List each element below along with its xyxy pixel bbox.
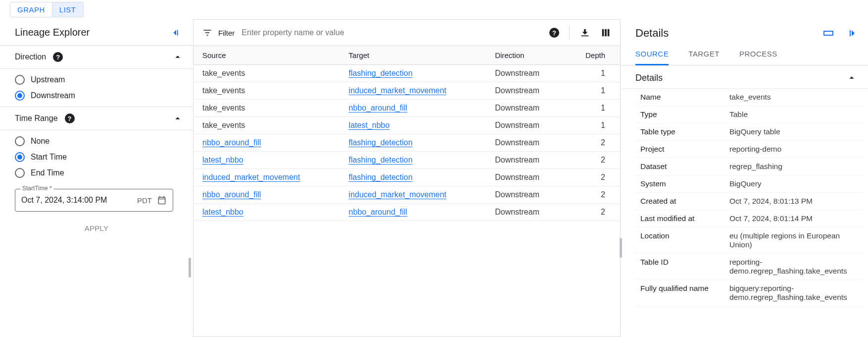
table-row[interactable]: nbbo_around_fillinduced_market_movementD… xyxy=(193,186,620,204)
detail-row: Datasetregrep_flashing xyxy=(635,158,863,175)
tab-process[interactable]: PROCESS xyxy=(739,45,777,65)
apply-button[interactable]: APPLY xyxy=(15,224,178,233)
table-row[interactable]: induced_market_movementflashing_detectio… xyxy=(193,169,620,186)
col-depth[interactable]: Depth xyxy=(565,46,621,65)
detail-row: Created atOct 7, 2024, 8:01:13 PM xyxy=(635,193,863,210)
help-icon[interactable]: ? xyxy=(53,52,63,62)
detail-value: bigquery:reporting-demo.regrep_flashing.… xyxy=(729,284,863,302)
radio-icon xyxy=(15,168,25,178)
detail-key: Created at xyxy=(635,197,724,206)
target-link[interactable]: induced_market_movement xyxy=(349,190,446,199)
detail-row: TypeTable xyxy=(635,106,863,123)
depth-cell: 1 xyxy=(565,82,621,100)
details-title: Details xyxy=(635,27,669,40)
target-link[interactable]: flashing_detection xyxy=(349,173,413,181)
table-row[interactable]: nbbo_around_fillflashing_detectionDownst… xyxy=(193,134,620,152)
target-link[interactable]: nbbo_around_fill xyxy=(349,104,407,112)
detail-key: Table ID xyxy=(635,258,724,276)
filter-label: Filter xyxy=(218,29,235,37)
radio-downstream[interactable]: Downstream xyxy=(15,91,178,101)
table-row[interactable]: take_eventsflashing_detectionDownstream1 xyxy=(193,65,620,82)
detail-row: Projectreporting-demo xyxy=(635,141,863,158)
radio-none[interactable]: None xyxy=(15,136,178,146)
columns-icon[interactable] xyxy=(600,27,611,38)
sidebar-title: Lineage Explorer xyxy=(15,27,90,38)
tab-target[interactable]: TARGET xyxy=(688,45,720,65)
depth-cell: 1 xyxy=(565,65,621,82)
table-row[interactable]: take_eventsinduced_market_movementDownst… xyxy=(193,82,620,100)
radio-icon xyxy=(15,136,25,146)
divider xyxy=(569,26,570,40)
download-icon[interactable] xyxy=(579,27,590,38)
scrollbar-thumb[interactable] xyxy=(620,238,622,258)
detail-key: Table type xyxy=(635,127,724,136)
detail-value: eu (multiple regions in European Union) xyxy=(729,231,863,249)
table-row[interactable]: take_eventsnbbo_around_fillDownstream1 xyxy=(193,100,620,117)
scrollbar-thumb[interactable] xyxy=(189,258,191,278)
detail-row: Locationeu (multiple regions in European… xyxy=(635,227,863,254)
radio-label: Upstream xyxy=(31,75,65,84)
collapse-details-icon[interactable] xyxy=(845,27,857,39)
detail-value: BigQuery table xyxy=(729,127,863,136)
target-link[interactable]: induced_market_movement xyxy=(349,86,446,95)
tab-graph[interactable]: GRAPH xyxy=(10,2,52,17)
source-link[interactable]: nbbo_around_fill xyxy=(202,190,261,199)
source-link[interactable]: induced_market_movement xyxy=(202,173,300,181)
detail-value: BigQuery xyxy=(729,179,863,188)
table-row[interactable]: latest_nbbonbbo_around_fillDownstream2 xyxy=(193,204,620,221)
help-icon[interactable]: ? xyxy=(549,28,559,38)
target-link[interactable]: nbbo_around_fill xyxy=(349,208,407,216)
filter-input[interactable] xyxy=(241,28,543,38)
depth-cell: 1 xyxy=(565,117,621,134)
source-text: take_events xyxy=(202,69,245,77)
detail-value: Oct 7, 2024, 8:01:14 PM xyxy=(729,214,863,223)
radio-end-time[interactable]: End Time xyxy=(15,168,178,178)
radio-icon xyxy=(15,75,25,85)
target-link[interactable]: flashing_detection xyxy=(349,69,413,77)
detail-value: reporting-demo xyxy=(729,145,863,154)
target-link[interactable]: flashing_detection xyxy=(349,156,413,164)
radio-start-time[interactable]: Start Time xyxy=(15,152,178,162)
table-row[interactable]: latest_nbboflashing_detectionDownstream2 xyxy=(193,152,620,169)
tab-source[interactable]: SOURCE xyxy=(635,45,669,65)
chevron-up-icon xyxy=(172,113,183,124)
start-time-field[interactable]: StartTime * Oct 7, 2024, 3:14:00 PM PDT xyxy=(15,189,173,212)
col-target[interactable]: Target xyxy=(340,46,486,65)
detail-row: Table typeBigQuery table xyxy=(635,123,863,141)
source-text: take_events xyxy=(202,86,245,95)
detail-row: SystemBigQuery xyxy=(635,175,863,193)
detail-value: take_events xyxy=(729,93,863,102)
details-pane: Details SOURCE TARGET PROCESS Details xyxy=(621,19,868,337)
target-link[interactable]: latest_nbbo xyxy=(349,121,390,129)
detail-row: Nametake_events xyxy=(635,89,863,106)
help-icon[interactable]: ? xyxy=(65,113,75,123)
direction-section-header[interactable]: Direction ? xyxy=(0,45,193,69)
collapse-sidebar-icon[interactable] xyxy=(171,27,182,38)
direction-cell: Downstream xyxy=(486,100,565,117)
col-source[interactable]: Source xyxy=(193,46,340,65)
time-range-section-header[interactable]: Time Range ? xyxy=(0,107,193,130)
lineage-explorer-sidebar: Lineage Explorer Direction ? Upstream xyxy=(0,19,193,337)
direction-cell: Downstream xyxy=(486,204,565,221)
details-subheader[interactable]: Details xyxy=(621,65,868,89)
target-link[interactable]: flashing_detection xyxy=(349,138,413,147)
calendar-icon[interactable] xyxy=(157,195,167,205)
depth-cell: 2 xyxy=(565,152,621,169)
direction-cell: Downstream xyxy=(486,65,565,82)
radio-upstream[interactable]: Upstream xyxy=(15,75,178,85)
detail-key: Project xyxy=(635,145,724,154)
source-link[interactable]: latest_nbbo xyxy=(202,208,243,216)
fullscreen-icon[interactable] xyxy=(822,27,834,39)
col-direction[interactable]: Direction xyxy=(486,46,565,65)
depth-cell: 2 xyxy=(565,204,621,221)
radio-icon xyxy=(15,91,25,101)
detail-key: Type xyxy=(635,110,724,119)
detail-key: Location xyxy=(635,231,724,249)
direction-heading: Direction xyxy=(15,53,46,61)
radio-icon xyxy=(15,152,25,162)
tab-list[interactable]: LIST xyxy=(52,2,84,17)
table-row[interactable]: take_eventslatest_nbboDownstream1 xyxy=(193,117,620,134)
source-link[interactable]: latest_nbbo xyxy=(202,156,243,164)
source-link[interactable]: nbbo_around_fill xyxy=(202,138,261,147)
lineage-table: Source Target Direction Depth take_event… xyxy=(193,46,620,221)
